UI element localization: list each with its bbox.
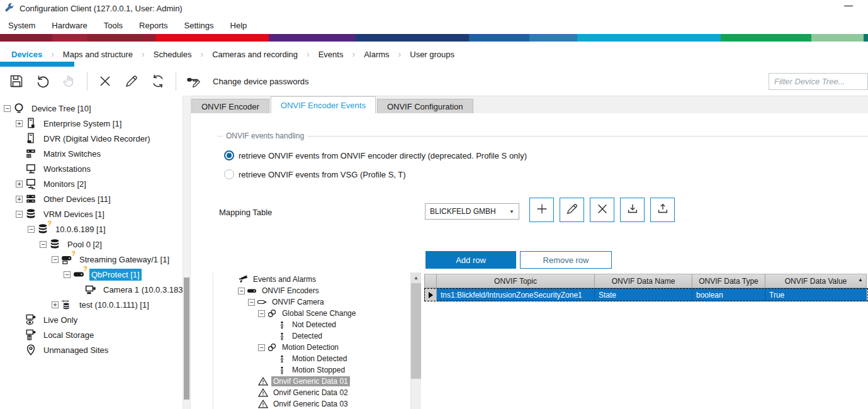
tree-item-label: Motion Stopped xyxy=(290,365,347,375)
export-mapping-table-button[interactable] xyxy=(650,198,675,222)
expander-icon[interactable]: − xyxy=(16,211,23,218)
menu-hardware[interactable]: Hardware xyxy=(43,18,95,33)
device-tree-scrollbar[interactable] xyxy=(183,96,191,409)
radio-unselected[interactable] xyxy=(224,169,234,179)
delete-mapping-table-button[interactable] xyxy=(590,198,614,222)
expander-icon[interactable]: + xyxy=(52,301,59,308)
authenticate-button[interactable] xyxy=(58,70,81,92)
device-tree-item-test-10-0-1-111-1[interactable]: +iSCSItest (10.0.1.111) [1] xyxy=(0,297,183,312)
device-tree-item-streaming-gateway-1-1[interactable]: −?Streaming Gateway/1 [1] xyxy=(0,252,183,267)
column-header-onvif-data-name[interactable]: ONVIF Data Name xyxy=(595,274,692,288)
events-tree-item-onvif-camera[interactable]: −ONVIF Camera xyxy=(237,296,410,308)
breadcrumb-item-devices[interactable]: Devices xyxy=(11,50,42,59)
menu-tools[interactable]: Tools xyxy=(96,18,131,33)
breadcrumb-item-events[interactable]: Events xyxy=(318,50,344,59)
column-header-onvif-data-value[interactable]: ONVIF Data Value▲ xyxy=(765,274,867,288)
breadcrumb-item-cameras-and-recording[interactable]: Cameras and recording xyxy=(212,50,298,59)
device-tree-item-10-0-6-189-1[interactable]: −?10.0.6.189 [1] xyxy=(0,221,183,237)
device-tree-item-qbprotect-1[interactable]: −?QbProtect [1] xyxy=(0,267,183,282)
expander-icon[interactable]: − xyxy=(40,241,47,248)
menu-help[interactable]: Help xyxy=(222,18,256,33)
upload-icon xyxy=(656,202,670,218)
breadcrumb-item-schedules[interactable]: Schedules xyxy=(154,50,192,59)
import-mapping-table-button[interactable] xyxy=(620,198,645,222)
delete-button[interactable] xyxy=(94,70,116,92)
events-tree-item-onvif-generic-data-03[interactable]: Onvif Generic Data 03 xyxy=(237,398,410,409)
events-tree-item-global-scene-change[interactable]: −Global Scene Change xyxy=(237,308,410,319)
breadcrumb-item-alarms[interactable]: Alarms xyxy=(364,50,389,59)
add-row-button[interactable]: Add row xyxy=(426,251,516,269)
tab-onvif-encoder-events[interactable]: ONVIF Encoder Events xyxy=(271,96,376,113)
events-tree-item-motion-detected[interactable]: Motion Detected xyxy=(237,353,410,364)
tab-onvif-configuration[interactable]: ONVIF Configuration xyxy=(377,99,473,113)
breadcrumb-item-user-groups[interactable]: User groups xyxy=(410,50,454,59)
column-header-onvif-topic[interactable]: ONVIF Topic xyxy=(437,274,595,288)
tab-onvif-encoder[interactable]: ONVIF Encoder xyxy=(191,99,269,113)
events-tree-item-onvif-generic-data-01[interactable]: Onvif Generic Data 01 xyxy=(237,376,410,387)
radio-option-1[interactable]: retrieve ONVIF events from ONVIF encoder… xyxy=(224,149,527,162)
tree-item-label: Streaming Gateway/1 [1] xyxy=(77,254,171,266)
refresh-button[interactable] xyxy=(147,70,169,92)
device-tree-item-dvr-digital-video-recorder[interactable]: DVR (Digital Video Recorder) xyxy=(0,131,183,146)
events-tree-item-motion-stopped[interactable]: Motion Stopped xyxy=(237,364,410,376)
expander-icon[interactable]: − xyxy=(52,256,59,263)
radio-option-2[interactable]: retrieve ONVIF events from VSG (Profile … xyxy=(224,168,406,181)
events-tree-item-motion-detection[interactable]: −Motion Detection xyxy=(237,342,410,353)
edit-button[interactable] xyxy=(120,70,143,92)
menu-system[interactable]: System xyxy=(0,18,43,33)
active-breadcrumb-indicator xyxy=(0,62,74,67)
expander-icon[interactable]: + xyxy=(16,181,23,188)
expander-icon[interactable]: − xyxy=(4,105,11,112)
device-tree-item-workstations[interactable]: Workstations xyxy=(0,161,183,176)
events-tree-item-onvif-generic-data-02[interactable]: Onvif Generic Data 02 xyxy=(237,387,410,398)
expander-icon[interactable]: + xyxy=(16,196,23,203)
device-tree-item-local-storage[interactable]: Local Storage xyxy=(0,327,183,342)
row-selector-cell[interactable] xyxy=(424,288,437,301)
breadcrumb-item-maps-and-structure[interactable]: Maps and structure xyxy=(63,50,133,59)
grid-row[interactable]: tns1:Blickfeld/IntrusionZoneSecurityZone… xyxy=(424,288,868,301)
mapping-table-select[interactable]: BLICKFELD GMBH ▼ xyxy=(425,203,519,220)
column-header-onvif-data-type[interactable]: ONVIF Data Type xyxy=(692,274,765,288)
device-tree-item-unmanaged-sites[interactable]: Unmanaged Sites xyxy=(0,342,183,357)
minimize-button[interactable]: — xyxy=(844,1,853,9)
device-tree-item-monitors-2[interactable]: +Monitors [2] xyxy=(0,176,183,191)
device-tree-item-other-devices-11[interactable]: +Other Devices [11] xyxy=(0,191,183,206)
events-tree-item-events-and-alarms[interactable]: Events and Alarms xyxy=(237,274,410,285)
remove-row-button[interactable]: Remove row xyxy=(520,251,612,269)
expander-icon[interactable]: + xyxy=(16,120,23,127)
device-tree-item-camera-1-10-0-3-183-443[interactable]: Camera 1 (10.0.3.183:443 xyxy=(0,282,183,297)
expander-icon[interactable]: − xyxy=(248,299,255,306)
change-device-passwords-button[interactable] xyxy=(183,70,205,92)
undo-button[interactable] xyxy=(31,70,54,92)
device-tree-item-enterprise-system-1[interactable]: +Enterprise System [1] xyxy=(0,116,183,131)
expander-icon[interactable]: − xyxy=(258,310,265,317)
device-tree-item-device-tree-10[interactable]: −Device Tree [10] xyxy=(0,101,183,116)
change-device-passwords-label[interactable]: Change device passwords xyxy=(213,77,308,86)
events-tree-item-onvif-encoders[interactable]: −ONVIF Encoders xyxy=(237,285,410,296)
edit-mapping-table-button[interactable] xyxy=(560,198,584,222)
menu-reports[interactable]: Reports xyxy=(131,18,176,33)
chevron-right-icon: › xyxy=(142,49,145,59)
device-tree-item-matrix-switches[interactable]: Matrix Switches xyxy=(0,146,183,161)
expander-icon[interactable]: − xyxy=(258,344,265,351)
add-mapping-table-button[interactable] xyxy=(529,198,554,222)
device-tree-item-live-only[interactable]: Live Only xyxy=(0,312,183,327)
scroll-up-arrow-icon[interactable]: ▲ xyxy=(411,272,421,283)
radio-selected[interactable] xyxy=(224,150,234,160)
device-tree-item-vrm-devices-1[interactable]: −VRM Devices [1] xyxy=(0,206,183,221)
expander-icon[interactable]: − xyxy=(28,226,35,233)
menu-settings[interactable]: Settings xyxy=(176,18,222,33)
save-button[interactable] xyxy=(5,70,28,92)
tab-strip: ONVIF EncoderONVIF Encoder EventsONVIF C… xyxy=(191,96,868,113)
scrollbar-thumb[interactable] xyxy=(411,283,421,379)
events-tree-item-detected[interactable]: Detected xyxy=(237,330,410,342)
mapping-table-selected-value: BLICKFELD GMBH xyxy=(430,207,496,216)
expander-icon[interactable]: − xyxy=(238,288,245,294)
tree-item-label: Local Storage xyxy=(42,329,96,341)
events-tree-scrollbar[interactable]: ▲ xyxy=(410,272,421,409)
events-tree-item-not-detected[interactable]: Not Detected xyxy=(237,319,410,330)
scrollbar-thumb[interactable] xyxy=(184,277,189,400)
device-tree-item-pool-0-2[interactable]: −Pool 0 [2] xyxy=(0,237,183,252)
filter-device-tree-input[interactable] xyxy=(769,73,868,90)
expander-icon[interactable]: − xyxy=(64,271,70,278)
